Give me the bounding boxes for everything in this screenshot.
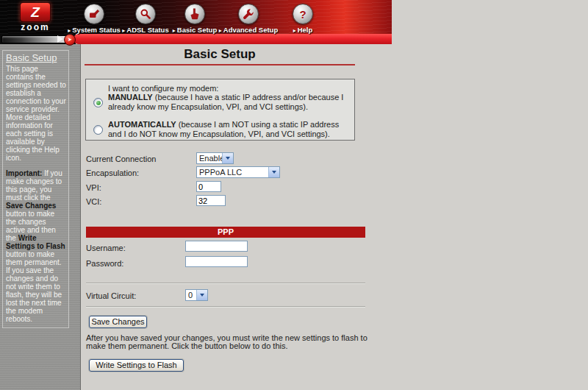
- chevron-down-icon[interactable]: [268, 167, 279, 177]
- system-status-icon: [84, 4, 104, 24]
- radio-automatically-label: AUTOMATICALLY (because I am NOT using a …: [108, 120, 349, 139]
- zoom-logo-icon: Z: [20, 2, 51, 22]
- hand-pointer-icon: [184, 4, 205, 24]
- radio-automatically[interactable]: [93, 125, 103, 135]
- vci-label: VCI:: [86, 197, 101, 206]
- radio-manually-label: MANUALLY (because I have a static IP add…: [108, 93, 349, 112]
- flash-note: After you have saved your changes, you m…: [86, 334, 371, 350]
- current-connection-select[interactable]: Enabled: [196, 152, 234, 164]
- spacer: [6, 162, 66, 169]
- virtual-circuit-label: Virtual Circuit:: [86, 291, 136, 300]
- divider: [86, 283, 365, 284]
- username-input[interactable]: [185, 241, 248, 252]
- save-changes-button[interactable]: Save Changes: [89, 316, 147, 328]
- sidebar-help-box: Basic Setup This page contains the setti…: [2, 50, 69, 328]
- ppp-section-header: PPP: [86, 227, 365, 238]
- password-label: Password:: [86, 259, 123, 268]
- zoom-logo[interactable]: Z zoom: [16, 2, 54, 32]
- sidebar-heading-link[interactable]: Basic Setup: [6, 52, 66, 63]
- divider: [86, 306, 365, 308]
- page-title: Basic Setup: [85, 47, 355, 62]
- vci-input[interactable]: [196, 195, 226, 206]
- write-settings-to-flash-button[interactable]: Write Settings to Flash: [89, 359, 184, 372]
- encapsulation-label: Encapsulation:: [86, 169, 139, 177]
- nav-label: ▸Basic Setup: [173, 26, 217, 34]
- configure-prompt: I want to configure my modem:: [108, 84, 218, 93]
- vpi-label: VPI:: [86, 183, 101, 192]
- title-underline: [85, 64, 355, 65]
- nav-label: ▸Help: [293, 26, 313, 34]
- sidebar-paragraph-1: This page contains the settings needed t…: [6, 65, 66, 162]
- vpi-input[interactable]: [196, 181, 221, 192]
- current-connection-label: Current Connection: [86, 155, 156, 163]
- chevron-down-icon[interactable]: [196, 290, 207, 300]
- arrow-circle-icon: ➤: [64, 34, 76, 46]
- encapsulation-select[interactable]: PPPoA LLC: [196, 166, 280, 178]
- password-input[interactable]: [185, 256, 248, 267]
- virtual-circuit-select[interactable]: 0: [185, 289, 208, 301]
- chevron-down-icon[interactable]: [222, 153, 233, 163]
- help-sidebar: Basic Setup This page contains the setti…: [0, 44, 81, 390]
- top-nav-bar: Z zoom ▸System Status ▸ADSL Status ▸Basi…: [0, 0, 392, 34]
- sidebar-paragraph-2: Important: If you make changes to this p…: [6, 169, 66, 323]
- wrench-icon: [238, 4, 259, 24]
- arrow-head-icon: [57, 35, 63, 43]
- red-accent-stripe: [74, 34, 392, 44]
- configure-mode-box: I want to configure my modem: MANUALLY (…: [85, 79, 355, 141]
- zoom-logo-text: zoom: [16, 23, 54, 32]
- nav-help[interactable]: ? ▸Help: [269, 4, 337, 34]
- username-label: Username:: [86, 244, 126, 252]
- radio-manually[interactable]: [93, 98, 103, 107]
- help-icon: ?: [293, 4, 313, 24]
- magnifier-icon: [135, 4, 156, 24]
- main-content: Basic Setup I want to configure my modem…: [81, 44, 588, 390]
